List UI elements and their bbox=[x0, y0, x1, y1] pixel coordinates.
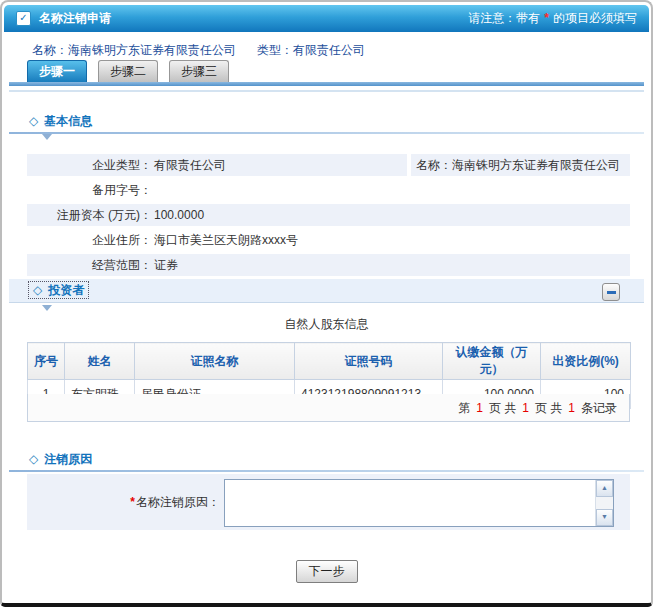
tabs-divider-light bbox=[9, 90, 644, 92]
info-row-business-scope: 经营范围： 证券 bbox=[27, 254, 630, 276]
reason-label-text: 名称注销原因： bbox=[136, 494, 220, 511]
company-name: 名称：海南铢明方东证券有限责任公司 bbox=[32, 42, 236, 59]
diamond-icon: ◇ bbox=[29, 452, 38, 466]
tab-step-1[interactable]: 步骤一 bbox=[27, 60, 87, 83]
company-name-value: 海南铢明方东证券有限责任公司 bbox=[68, 43, 236, 57]
pagination-total-records: 1 bbox=[568, 401, 575, 415]
minus-icon bbox=[607, 291, 616, 294]
textarea-scrollbar[interactable]: ▲ ▼ bbox=[595, 480, 613, 526]
reason-form-row: *名称注销原因： ▲ ▼ bbox=[27, 474, 630, 530]
next-step-button[interactable]: 下一步 bbox=[296, 560, 358, 583]
pagination-bar: 第1页 共1页 共1条记录 bbox=[27, 394, 630, 422]
pagination-current-page: 1 bbox=[476, 401, 483, 415]
alt-name-label: 备用字号： bbox=[27, 179, 152, 201]
reason-textarea[interactable] bbox=[225, 480, 595, 526]
info-row-registered-capital: 注册资本 (万元)： 100.0000 bbox=[27, 204, 630, 226]
reason-field-label: *名称注销原因： bbox=[27, 474, 220, 530]
pagination-text: 页 共 bbox=[489, 401, 516, 415]
tab-step-2[interactable]: 步骤二 bbox=[98, 60, 158, 83]
section-investors-title: 投资者 bbox=[48, 283, 84, 297]
checkbox-icon: ✓ bbox=[16, 11, 31, 26]
tabs-divider bbox=[9, 82, 644, 86]
col-header-name: 姓名 bbox=[65, 343, 135, 380]
name-value: 海南铢明方东证券有限责任公司 bbox=[452, 158, 620, 172]
info-row-address: 企业住所： 海口市美兰区天朗路xxxx号 bbox=[27, 229, 630, 251]
pagination-total-pages: 1 bbox=[522, 401, 529, 415]
section-basic-info-rule bbox=[9, 132, 644, 134]
section-reason-rule bbox=[9, 470, 644, 472]
shareholder-table-title: 自然人股东信息 bbox=[2, 316, 651, 333]
company-type-value: 有限责任公司 bbox=[293, 43, 365, 57]
company-name-label: 名称： bbox=[32, 43, 68, 57]
section-reason-header: ◇注销原因 bbox=[9, 448, 644, 470]
company-type-label: 类型： bbox=[257, 43, 293, 57]
company-name-cell: 名称：海南铢明方东证券有限责任公司 bbox=[411, 154, 630, 176]
business-scope-value: 证券 bbox=[152, 254, 178, 276]
section-investors-header: ◇投资者 bbox=[9, 279, 644, 303]
company-type: 类型：有限责任公司 bbox=[257, 42, 365, 59]
name-label: 名称： bbox=[416, 158, 452, 172]
enterprise-type-value: 有限责任公司 bbox=[152, 154, 226, 176]
diamond-icon: ◇ bbox=[33, 283, 42, 297]
step-tabs: 步骤一 步骤二 步骤三 bbox=[27, 60, 229, 82]
col-header-ratio: 出资比例(%) bbox=[541, 343, 631, 380]
title-bar: ✓ 名称注销申请 请注意：带有*的项目必须填写 bbox=[4, 5, 649, 32]
scroll-up-icon[interactable]: ▲ bbox=[596, 480, 613, 497]
required-notice: 请注意：带有*的项目必须填写 bbox=[468, 10, 637, 27]
alt-name-value bbox=[152, 179, 154, 201]
table-header-row: 序号 姓名 证照名称 证照号码 认缴金额（万元） 出资比例(%) bbox=[28, 343, 631, 380]
col-header-cert-name: 证照名称 bbox=[135, 343, 295, 380]
pagination-text: 页 共 bbox=[535, 401, 562, 415]
scroll-down-icon[interactable]: ▼ bbox=[596, 509, 613, 526]
page-frame: ✓ 名称注销申请 请注意：带有*的项目必须填写 名称：海南铢明方东证券有限责任公… bbox=[0, 0, 653, 607]
enterprise-type-label: 企业类型： bbox=[27, 154, 152, 176]
pagination-text: 条记录 bbox=[581, 401, 617, 415]
section-pointer-icon bbox=[42, 305, 52, 311]
section-pointer-icon bbox=[42, 134, 52, 140]
tab-step-3[interactable]: 步骤三 bbox=[169, 60, 229, 83]
registered-capital-label: 注册资本 (万元)： bbox=[27, 204, 152, 226]
pagination-text: 第 bbox=[458, 401, 470, 415]
reason-textarea-wrapper: ▲ ▼ bbox=[224, 479, 614, 527]
diamond-icon: ◇ bbox=[29, 114, 38, 128]
info-row-alt-name: 备用字号： bbox=[27, 179, 630, 201]
registered-capital-value: 100.0000 bbox=[152, 204, 204, 226]
notice-suffix: 的项目必须填写 bbox=[553, 11, 637, 25]
col-header-amount: 认缴金额（万元） bbox=[443, 343, 541, 380]
section-basic-info-header: ◇基本信息 bbox=[9, 110, 644, 132]
page-title: 名称注销申请 bbox=[39, 10, 111, 27]
investors-title-toggle[interactable]: ◇投资者 bbox=[29, 282, 88, 298]
collapse-button[interactable] bbox=[602, 283, 620, 301]
col-header-index: 序号 bbox=[28, 343, 65, 380]
section-reason-title: 注销原因 bbox=[44, 452, 92, 466]
required-star-icon: * bbox=[130, 495, 135, 509]
enterprise-type-cell: 企业类型： 有限责任公司 bbox=[27, 154, 407, 176]
required-star-icon: * bbox=[544, 11, 549, 25]
col-header-cert-number: 证照号码 bbox=[295, 343, 443, 380]
address-value: 海口市美兰区天朗路xxxx号 bbox=[152, 229, 298, 251]
company-summary: 名称：海南铢明方东证券有限责任公司 类型：有限责任公司 bbox=[2, 42, 651, 58]
business-scope-label: 经营范围： bbox=[27, 254, 152, 276]
section-basic-info-title: 基本信息 bbox=[44, 114, 92, 128]
info-row-enterprise-type: 企业类型： 有限责任公司 名称：海南铢明方东证券有限责任公司 bbox=[27, 154, 630, 176]
notice-prefix: 请注意：带有 bbox=[468, 11, 540, 25]
address-label: 企业住所： bbox=[27, 229, 152, 251]
